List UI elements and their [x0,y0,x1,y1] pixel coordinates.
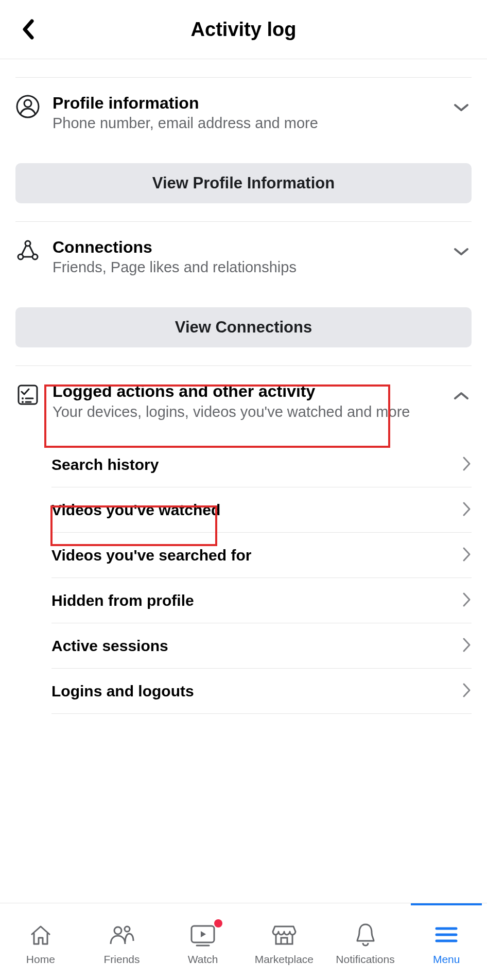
logged-actions-subtitle: Your devices, logins, videos you've watc… [53,402,451,422]
button-label: View Profile Information [152,174,335,192]
tab-label: Home [26,953,55,966]
sub-item-logins-logouts[interactable]: Logins and logouts [51,669,472,714]
sub-item-label: Videos you've watched [51,501,220,519]
friends-icon [108,921,136,948]
profile-icon [15,93,46,121]
svg-point-3 [18,254,23,259]
chevron-down-icon [451,237,472,257]
logged-actions-text: Logged actions and other activity Your d… [46,381,451,422]
tab-notifications[interactable]: Notifications [325,906,406,980]
view-profile-information-button[interactable]: View Profile Information [15,163,472,203]
sub-item-videos-searched[interactable]: Videos you've searched for [51,533,472,578]
svg-line-6 [29,246,34,255]
tab-label: Friends [103,953,140,966]
tab-watch[interactable]: Watch [162,906,243,980]
svg-point-2 [25,241,30,246]
sub-item-label: Videos you've searched for [51,547,251,564]
sub-item-active-sessions[interactable]: Active sessions [51,623,472,669]
chevron-up-icon [451,381,472,401]
tab-bar: Home Friends Watch [0,903,487,980]
content: Profile information Phone number, email … [0,77,487,791]
button-label: View Connections [175,318,312,337]
tab-label: Marketplace [255,953,314,966]
svg-point-11 [22,401,24,403]
sub-item-hidden-from-profile[interactable]: Hidden from profile [51,578,472,623]
svg-point-13 [114,927,121,934]
watch-icon [187,921,218,948]
page-title: Activity log [0,19,487,41]
header: Activity log [0,0,487,59]
svg-point-14 [125,926,130,932]
tab-friends[interactable]: Friends [81,906,163,980]
logged-actions-row[interactable]: Logged actions and other activity Your d… [0,366,487,427]
profile-information-subtitle: Phone number, email address and more [53,114,451,133]
chevron-right-icon [462,501,472,519]
profile-information-text: Profile information Phone number, email … [46,93,451,133]
connections-title: Connections [53,237,451,257]
tab-marketplace[interactable]: Marketplace [243,906,325,980]
chevron-right-icon [462,637,472,655]
sub-item-label: Logins and logouts [51,682,194,700]
tab-label: Watch [188,953,218,966]
sub-item-label: Hidden from profile [51,592,194,609]
profile-information-title: Profile information [53,93,451,113]
chevron-right-icon [462,456,472,474]
svg-point-1 [24,100,31,107]
back-button[interactable] [15,16,41,42]
sub-item-label: Search history [51,456,159,474]
view-connections-button[interactable]: View Connections [15,307,472,347]
sub-item-videos-watched[interactable]: Videos you've watched [51,487,472,533]
checklist-icon [15,381,46,409]
chevron-right-icon [462,592,472,609]
connections-icon [15,237,46,265]
chevron-down-icon [451,93,472,113]
logged-actions-title: Logged actions and other activity [53,381,451,401]
connections-subtitle: Friends, Page likes and relationships [53,258,451,277]
home-icon [27,921,54,948]
tab-label: Notifications [336,953,394,966]
svg-line-5 [22,246,26,255]
connections-text: Connections Friends, Page likes and rela… [46,237,451,277]
menu-icon [434,921,458,948]
sub-item-label: Active sessions [51,637,168,655]
profile-information-row[interactable]: Profile information Phone number, email … [0,78,487,138]
tab-menu[interactable]: Menu [406,906,487,980]
svg-point-4 [32,254,38,259]
chevron-left-icon [22,19,35,40]
chevron-right-icon [462,682,472,700]
chevron-right-icon [462,547,472,564]
tab-label: Menu [433,953,460,966]
active-tab-indicator [411,903,482,905]
tab-home[interactable]: Home [0,906,81,980]
logged-actions-sublist: Search history Videos you've watched Vid… [0,427,487,714]
svg-point-9 [22,397,24,399]
connections-row[interactable]: Connections Friends, Page likes and rela… [0,222,487,283]
bell-icon [353,921,378,948]
notification-badge [214,919,222,927]
marketplace-icon [271,921,298,948]
sub-item-search-history[interactable]: Search history [51,442,472,487]
